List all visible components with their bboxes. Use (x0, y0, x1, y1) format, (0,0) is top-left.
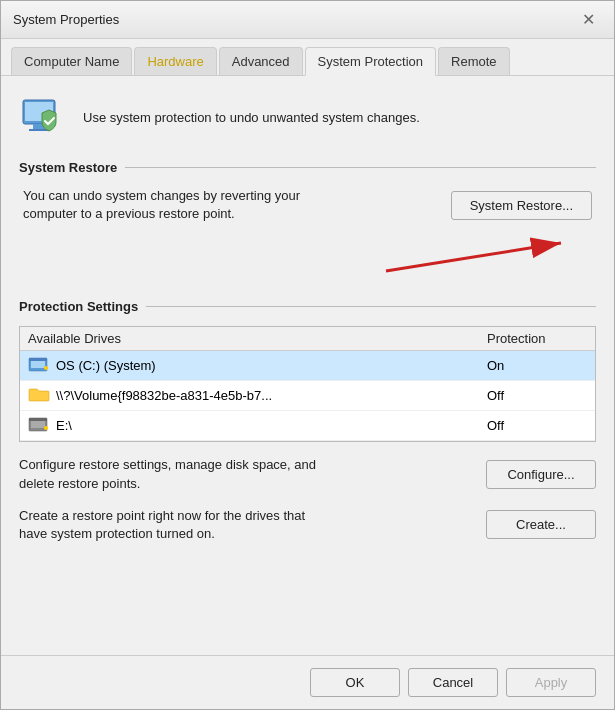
drive-name: E:\ (56, 418, 72, 433)
svg-rect-11 (31, 420, 45, 428)
drive-name: OS (C:) (System) (56, 358, 156, 373)
table-row[interactable]: OS (C:) (System) On (20, 351, 595, 381)
svg-rect-9 (29, 358, 47, 361)
system-drive-icon (28, 355, 50, 376)
svg-rect-13 (29, 418, 47, 421)
configure-section: Configure restore settings, manage disk … (19, 456, 596, 492)
tab-hardware[interactable]: Hardware (134, 47, 216, 75)
drive-cell: OS (C:) (System) (28, 355, 487, 376)
table-header-row: Available Drives Protection (20, 327, 595, 351)
col-header-drives: Available Drives (28, 331, 487, 346)
svg-line-5 (386, 243, 561, 271)
tab-computer-name[interactable]: Computer Name (11, 47, 132, 75)
svg-point-12 (44, 426, 48, 430)
system-restore-button[interactable]: System Restore... (451, 191, 592, 220)
content-area: Use system protection to undo unwanted s… (1, 76, 614, 655)
protection-status: On (487, 358, 587, 373)
tab-advanced[interactable]: Advanced (219, 47, 303, 75)
arrow-graphic (376, 233, 576, 283)
system-protection-icon (19, 92, 69, 142)
create-text-content: Create a restore point right now for the… (19, 508, 305, 541)
table-row[interactable]: E:\ Off (20, 411, 595, 441)
create-section: Create a restore point right now for the… (19, 507, 596, 543)
system-restore-header: System Restore (19, 160, 596, 175)
arrow-container (19, 233, 596, 283)
system-restore-description: You can undo system changes by reverting… (23, 187, 333, 223)
create-button[interactable]: Create... (486, 510, 596, 539)
system-restore-button-wrap: System Restore... (451, 191, 592, 220)
protection-settings-header: Protection Settings (19, 299, 596, 314)
tab-bar: Computer Name Hardware Advanced System P… (1, 39, 614, 76)
system-properties-dialog: System Properties ✕ Computer Name Hardwa… (0, 0, 615, 710)
protection-settings-title: Protection Settings (19, 299, 146, 314)
system-restore-title: System Restore (19, 160, 125, 175)
system-restore-section: You can undo system changes by reverting… (19, 187, 596, 223)
col-header-protection: Protection (487, 331, 587, 346)
section-divider (125, 167, 596, 168)
drive-name: \\?\Volume{f98832be-a831-4e5b-b7... (56, 388, 272, 403)
ok-button[interactable]: OK (310, 668, 400, 697)
title-bar: System Properties ✕ (1, 1, 614, 39)
configure-button[interactable]: Configure... (486, 460, 596, 489)
create-text: Create a restore point right now for the… (19, 507, 329, 543)
svg-point-8 (44, 366, 48, 370)
cancel-button[interactable]: Cancel (408, 668, 498, 697)
drive-cell: E:\ (28, 415, 487, 436)
table-row[interactable]: \\?\Volume{f98832be-a831-4e5b-b7... Off (20, 381, 595, 411)
apply-button[interactable]: Apply (506, 668, 596, 697)
dialog-footer: OK Cancel Apply (1, 655, 614, 709)
configure-text: Configure restore settings, manage disk … (19, 456, 329, 492)
dialog-title: System Properties (13, 12, 119, 27)
drives-table: Available Drives Protection OS (C:) (Sys… (19, 326, 596, 442)
protection-section-divider (146, 306, 596, 307)
info-box: Use system protection to undo unwanted s… (19, 92, 596, 142)
drive-cell: \\?\Volume{f98832be-a831-4e5b-b7... (28, 385, 487, 406)
tab-remote[interactable]: Remote (438, 47, 510, 75)
e-drive-icon (28, 415, 50, 436)
folder-drive-icon (28, 385, 50, 406)
close-button[interactable]: ✕ (574, 6, 602, 34)
info-text: Use system protection to undo unwanted s… (83, 110, 420, 125)
tab-system-protection[interactable]: System Protection (305, 47, 437, 76)
protection-status: Off (487, 388, 587, 403)
protection-status: Off (487, 418, 587, 433)
svg-rect-7 (31, 360, 45, 368)
